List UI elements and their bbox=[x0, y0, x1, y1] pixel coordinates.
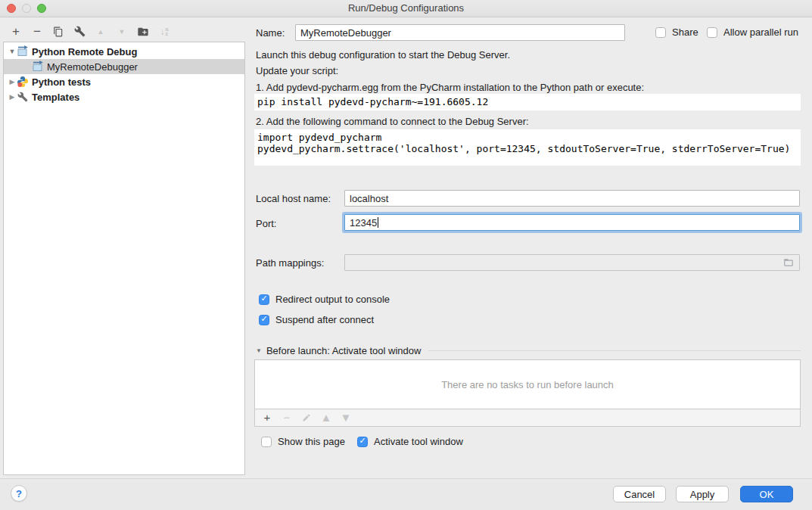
show-this-page-checkbox-box[interactable] bbox=[261, 437, 272, 447]
port-label: Port: bbox=[256, 218, 276, 229]
local-host-label: Local host name: bbox=[256, 193, 331, 204]
show-this-page-checkbox-label: Show this page bbox=[278, 436, 345, 447]
path-mappings-label: Path mappings: bbox=[256, 257, 324, 269]
suspend-after-connect-checkbox[interactable]: Suspend after connect bbox=[259, 314, 374, 325]
window-title: Run/Debug Configurations bbox=[0, 2, 812, 14]
tree-item-label: Python Remote Debug bbox=[32, 46, 137, 58]
move-up-icon[interactable]: ▲ bbox=[95, 26, 107, 38]
activate-tool-window-checkbox[interactable]: Activate tool window bbox=[357, 436, 463, 447]
name-label: Name: bbox=[256, 27, 285, 39]
name-input[interactable] bbox=[295, 24, 625, 41]
chevron-expanded-icon[interactable]: ▼ bbox=[256, 347, 262, 354]
allow-parallel-run-checkbox-box[interactable] bbox=[707, 27, 717, 38]
allow-parallel-run-checkbox[interactable]: Allow parallel run bbox=[707, 26, 798, 38]
activate-tool-window-checkbox-label: Activate tool window bbox=[374, 436, 463, 447]
text-caret bbox=[378, 217, 378, 228]
tree-item-label: Python tests bbox=[32, 76, 91, 88]
edit-task-pencil-icon[interactable] bbox=[300, 412, 313, 424]
redirect-output-checkbox[interactable]: Redirect output to console bbox=[259, 294, 390, 305]
settrace-code-line1: import pydevd_pycharm bbox=[257, 132, 381, 143]
browse-folder-icon[interactable] bbox=[782, 257, 795, 270]
port-input[interactable]: 12345 bbox=[344, 214, 800, 231]
port-value: 12345 bbox=[350, 217, 377, 229]
suspend-after-connect-checkbox-box[interactable] bbox=[259, 315, 269, 325]
intro-text: Launch this debug configuration to start… bbox=[256, 49, 510, 61]
pip-install-code: pip install pydevd-pycharm~=191.6605.12 bbox=[254, 94, 801, 110]
add-task-icon[interactable]: + bbox=[261, 412, 273, 424]
task-list-toolbar: + − ▲ ▼ bbox=[254, 409, 801, 427]
tree-item-label: Templates bbox=[32, 92, 79, 103]
local-host-input[interactable] bbox=[344, 190, 800, 207]
allow-parallel-run-checkbox-label: Allow parallel run bbox=[723, 26, 798, 38]
activate-tool-window-checkbox-box[interactable] bbox=[357, 437, 368, 447]
tree-item-label: MyRemoteDebugger bbox=[47, 61, 138, 73]
templates-wrench-icon bbox=[17, 91, 29, 103]
new-folder-icon[interactable] bbox=[137, 26, 149, 38]
before-launch-header[interactable]: ▼ Before launch: Activate tool window bbox=[256, 345, 801, 356]
add-icon[interactable]: + bbox=[10, 26, 22, 38]
tree-item-python-tests[interactable]: ▶ Python tests bbox=[4, 74, 244, 89]
suspend-after-connect-checkbox-label: Suspend after connect bbox=[275, 314, 374, 325]
remote-debug-icon bbox=[32, 61, 44, 73]
section-divider bbox=[428, 350, 801, 351]
configurations-tree: ▼ Python Remote Debug MyRemoteDebugger ▶ bbox=[3, 42, 245, 475]
share-checkbox-label: Share bbox=[672, 26, 698, 38]
remove-icon[interactable]: − bbox=[31, 26, 43, 38]
before-launch-task-list[interactable]: There are no tasks to run before launch bbox=[254, 359, 801, 409]
step1-text: 1. Add pydevd-pycharm.egg from the PyCha… bbox=[256, 82, 644, 93]
settrace-code-line2: pydevd_pycharm.settrace('localhost', por… bbox=[257, 143, 790, 154]
help-question-icon: ? bbox=[16, 488, 22, 499]
settrace-code: import pydevd_pycharm pydevd_pycharm.set… bbox=[254, 129, 801, 166]
copy-icon[interactable] bbox=[52, 26, 64, 38]
help-button[interactable]: ? bbox=[11, 485, 27, 502]
redirect-output-checkbox-box[interactable] bbox=[259, 294, 269, 305]
path-mappings-input[interactable] bbox=[344, 254, 800, 271]
sort-alphabetically-icon[interactable]: ↓az bbox=[158, 26, 170, 38]
tree-item-python-remote-debug[interactable]: ▼ Python Remote Debug bbox=[4, 44, 244, 59]
python-tests-icon bbox=[17, 76, 29, 88]
redirect-output-checkbox-label: Redirect output to console bbox=[275, 294, 390, 305]
chevron-collapsed-icon[interactable]: ▶ bbox=[8, 78, 16, 86]
configurations-toolbar: + − ▲ ▼ ↓az bbox=[10, 21, 170, 42]
share-checkbox-box[interactable] bbox=[655, 27, 666, 38]
apply-button[interactable]: Apply bbox=[676, 486, 729, 502]
before-launch-title: Before launch: Activate tool window bbox=[266, 345, 422, 356]
dialog-footer: ? Cancel Apply OK bbox=[0, 478, 812, 510]
remote-debug-icon bbox=[17, 45, 29, 58]
titlebar: Run/Debug Configurations bbox=[0, 0, 812, 17]
move-task-down-icon[interactable]: ▼ bbox=[340, 412, 352, 424]
edit-templates-wrench-icon[interactable] bbox=[73, 26, 86, 38]
share-checkbox[interactable]: Share bbox=[655, 26, 698, 38]
tree-item-templates[interactable]: ▶ Templates bbox=[4, 89, 244, 104]
show-this-page-checkbox[interactable]: Show this page bbox=[261, 436, 345, 447]
move-task-up-icon[interactable]: ▲ bbox=[320, 412, 332, 424]
chevron-expanded-icon[interactable]: ▼ bbox=[8, 48, 16, 55]
empty-task-list-text: There are no tasks to run before launch bbox=[441, 379, 614, 390]
ok-button[interactable]: OK bbox=[740, 486, 793, 502]
step2-text: 2. Add the following command to connect … bbox=[256, 116, 529, 127]
move-down-icon[interactable]: ▼ bbox=[116, 26, 128, 38]
tree-item-myremotedebugger[interactable]: MyRemoteDebugger bbox=[4, 59, 244, 74]
update-script-text: Update your script: bbox=[256, 65, 338, 76]
chevron-collapsed-icon[interactable]: ▶ bbox=[8, 93, 16, 101]
remove-task-icon[interactable]: − bbox=[281, 412, 293, 424]
cancel-button[interactable]: Cancel bbox=[613, 486, 666, 502]
